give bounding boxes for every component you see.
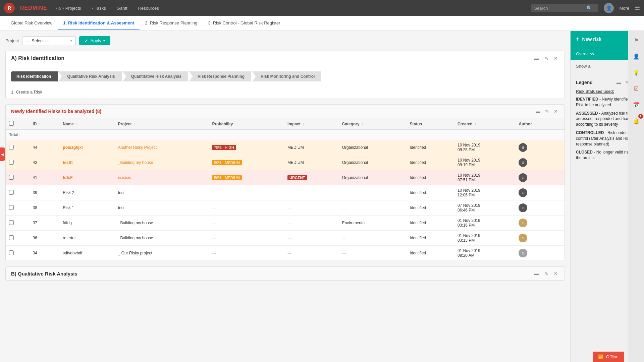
row-39-name[interactable]: Risk 2 bbox=[59, 185, 114, 200]
row-44-name[interactable]: poiuzghjkl bbox=[59, 140, 114, 155]
section-a-minimize-btn[interactable]: ▬ bbox=[533, 55, 540, 62]
tab-risk-control[interactable]: 3. Risk Control - Global Risk Register bbox=[203, 16, 285, 30]
risk-table-edit-btn[interactable]: ✎ bbox=[544, 108, 550, 115]
col-id[interactable]: ID ↕ bbox=[29, 118, 59, 130]
center-panel: Project --- Select --- ▾ ✓ Apply ▾ A) Ri… bbox=[0, 31, 570, 362]
checklist-icon[interactable]: ☑ bbox=[631, 83, 642, 94]
alarm-icon[interactable]: 🔔 1 bbox=[631, 115, 642, 126]
table-row: 36 reterter _Building my house --- --- -… bbox=[6, 231, 565, 246]
row-36-impact: --- bbox=[284, 231, 339, 246]
row-37-author[interactable]: ⊕ bbox=[515, 216, 565, 231]
col-impact[interactable]: Impact ↕ bbox=[284, 118, 339, 130]
tab-global-risk-overview[interactable]: Global Risk Overview bbox=[5, 16, 58, 30]
row-34-checkbox[interactable] bbox=[6, 246, 29, 261]
col-created[interactable]: Created ↕ bbox=[454, 118, 516, 130]
user-profile-icon[interactable]: 👤 bbox=[631, 51, 642, 62]
step-monitoring-control[interactable]: Risk Monitoring and Control bbox=[251, 71, 321, 81]
row-38-author[interactable]: ⊕ bbox=[515, 200, 565, 216]
hamburger-icon[interactable]: ☰ bbox=[635, 4, 640, 12]
select-all-checkbox[interactable] bbox=[9, 121, 14, 126]
status-assessed-key: ASSESSED bbox=[576, 111, 598, 116]
row-38-status: Identified bbox=[407, 200, 454, 216]
row-41-project[interactable]: risisisis bbox=[115, 170, 209, 185]
more-label[interactable]: More bbox=[619, 6, 629, 11]
offline-badge[interactable]: 📶 Offline bbox=[593, 352, 624, 362]
row-34-status: Identified bbox=[407, 246, 454, 261]
row-41-id: 41 bbox=[29, 170, 59, 185]
row-37-checkbox[interactable] bbox=[6, 216, 29, 231]
row-44-checkbox[interactable] bbox=[6, 140, 29, 155]
row-44-status: Identified bbox=[407, 140, 454, 155]
apply-button[interactable]: ✓ Apply ▾ bbox=[79, 36, 110, 45]
row-36-checkbox[interactable] bbox=[6, 231, 29, 246]
col-name[interactable]: Name ↕ bbox=[59, 118, 114, 130]
row-44-created: 10 Nov 201909:25 PM bbox=[454, 140, 516, 155]
project-select[interactable]: --- Select --- ▾ bbox=[22, 36, 76, 45]
step-risk-identification[interactable]: Risk Identification bbox=[11, 71, 58, 81]
section-b-edit-btn[interactable]: ✎ bbox=[543, 270, 550, 277]
row-34-author[interactable]: ⊕ bbox=[515, 246, 565, 261]
section-a-edit-btn[interactable]: ✎ bbox=[543, 55, 550, 62]
row-36-id: 36 bbox=[29, 231, 59, 246]
row-36-created: 01 Nov 201903:13 PM bbox=[454, 231, 516, 246]
risk-table-head: ID ↕ Name ↕ Project ↕ Probability ↕ Impa… bbox=[6, 118, 565, 130]
row-37-name[interactable]: fdfdg bbox=[59, 216, 114, 231]
row-41-author[interactable]: ⊕ bbox=[515, 170, 565, 185]
row-39-checkbox[interactable] bbox=[6, 185, 29, 200]
row-44-author[interactable]: ⊕ bbox=[515, 140, 565, 155]
table-row: 38 Risk 1 test --- --- --- Identified 07… bbox=[6, 200, 565, 216]
legend-minimize-btn[interactable]: ▬ bbox=[615, 79, 623, 86]
col-project[interactable]: Project ↕ bbox=[115, 118, 209, 130]
row-42-author[interactable]: ⊕ bbox=[515, 155, 565, 170]
risk-table-close-btn[interactable]: ✕ bbox=[552, 108, 559, 115]
col-status[interactable]: Status ↕ bbox=[407, 118, 454, 130]
nav-projects[interactable]: ▾ ⌂ ▾ Projects bbox=[53, 4, 84, 12]
row-36-project: _Building my house bbox=[115, 231, 209, 246]
status-identified-key: IDENTIFIED bbox=[576, 97, 598, 102]
step-quantitative[interactable]: Quantitative Risk Analysis bbox=[122, 71, 188, 81]
row-39-category: --- bbox=[339, 185, 407, 200]
author-avatar: ⊕ bbox=[519, 249, 527, 257]
app-logo[interactable]: R bbox=[4, 3, 15, 13]
section-a-close-btn[interactable]: ✕ bbox=[552, 55, 559, 62]
col-author[interactable]: Author ↕ bbox=[515, 118, 565, 130]
nav-resources[interactable]: Resources bbox=[136, 4, 162, 12]
row-36-name[interactable]: reterter bbox=[59, 231, 114, 246]
status-closed-key: CLOSED bbox=[576, 150, 593, 155]
nav-tasks[interactable]: ▾ Tasks bbox=[89, 4, 109, 12]
col-category[interactable]: Category ↕ bbox=[339, 118, 407, 130]
flag-icon[interactable]: ⚑ bbox=[631, 35, 642, 46]
tab-risk-identification[interactable]: 1. Risk Identification & Assesment bbox=[58, 16, 140, 30]
user-avatar[interactable]: 👤 bbox=[604, 3, 614, 13]
row-44-project[interactable]: Another Risky Project bbox=[115, 140, 209, 155]
left-collapse-tab[interactable]: ◀ bbox=[0, 147, 5, 161]
col-probability[interactable]: Probability ↕ bbox=[209, 118, 284, 130]
row-38-checkbox[interactable] bbox=[6, 200, 29, 216]
row-42-checkbox[interactable] bbox=[6, 155, 29, 170]
search-icon[interactable]: 🔍 bbox=[586, 5, 592, 11]
nav-gantt[interactable]: Gantt bbox=[114, 4, 130, 12]
nav-tasks-arrow: ▾ bbox=[92, 6, 94, 10]
row-34-name[interactable]: sdfvdbvbdf bbox=[59, 246, 114, 261]
section-b-minimize-btn[interactable]: ▬ bbox=[533, 270, 540, 277]
row-41-checkbox[interactable] bbox=[6, 170, 29, 185]
lightbulb-icon[interactable]: 💡 bbox=[631, 67, 642, 78]
row-41-name[interactable]: fdfsF bbox=[59, 170, 114, 185]
section-b-close-btn[interactable]: ✕ bbox=[552, 270, 559, 277]
row-34-project: _ Our Risky project bbox=[115, 246, 209, 261]
tab-risk-response-planning[interactable]: 2. Risk Response Planning bbox=[140, 16, 203, 30]
calendar-icon[interactable]: 📅 bbox=[631, 99, 642, 110]
row-37-probability: --- bbox=[209, 216, 284, 231]
row-42-project[interactable]: _Building my house bbox=[115, 155, 209, 170]
row-42-name[interactable]: testtt bbox=[59, 155, 114, 170]
checkmark-icon: ✓ bbox=[85, 38, 88, 43]
step-qualitative[interactable]: Qualitative Risk Analysis bbox=[58, 71, 121, 81]
risk-table-minimize-btn[interactable]: ▬ bbox=[534, 108, 542, 115]
table-row: 39 Risk 2 test --- --- --- Identified 10… bbox=[6, 185, 565, 200]
row-36-author[interactable]: ⊕ bbox=[515, 231, 565, 246]
row-39-author[interactable]: ⊕ bbox=[515, 185, 565, 200]
row-38-name[interactable]: Risk 1 bbox=[59, 200, 114, 216]
row-39-impact: --- bbox=[284, 185, 339, 200]
search-input[interactable] bbox=[534, 6, 584, 11]
step-response-planning[interactable]: Risk Response Planning bbox=[188, 71, 251, 81]
